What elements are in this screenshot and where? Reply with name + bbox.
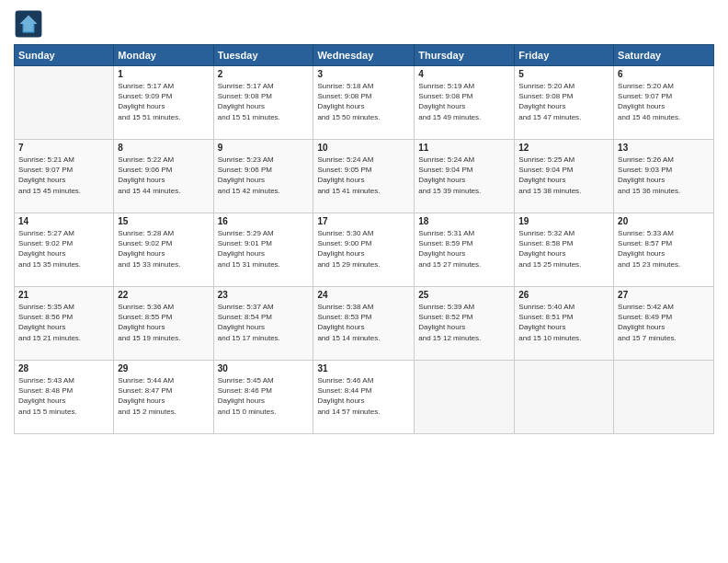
week-row-5: 28 Sunrise: 5:43 AM Sunset: 8:48 PM Dayl… — [15, 361, 714, 434]
day-number: 15 — [118, 216, 209, 226]
day-cell: 30 Sunrise: 5:45 AM Sunset: 8:46 PM Dayl… — [213, 361, 313, 434]
day-number: 3 — [317, 69, 410, 79]
day-number: 28 — [18, 363, 109, 373]
day-number: 8 — [118, 143, 209, 153]
week-row-2: 7 Sunrise: 5:21 AM Sunset: 9:07 PM Dayli… — [15, 140, 714, 213]
day-number: 25 — [418, 290, 510, 300]
day-number: 9 — [218, 143, 310, 153]
day-info: Sunrise: 5:42 AM Sunset: 8:49 PM Dayligh… — [618, 302, 710, 343]
day-info: Sunrise: 5:18 AM Sunset: 9:08 PM Dayligh… — [317, 81, 410, 122]
day-number: 7 — [18, 143, 109, 153]
day-cell: 21 Sunrise: 5:35 AM Sunset: 8:56 PM Dayl… — [15, 287, 114, 361]
weekday-tuesday: Tuesday — [213, 45, 313, 66]
day-info: Sunrise: 5:43 AM Sunset: 8:48 PM Dayligh… — [18, 375, 109, 417]
day-number: 29 — [118, 363, 209, 373]
day-number: 18 — [418, 216, 510, 226]
day-cell: 26 Sunrise: 5:40 AM Sunset: 8:51 PM Dayl… — [515, 287, 614, 361]
calendar-body: 1 Sunrise: 5:17 AM Sunset: 9:09 PM Dayli… — [15, 66, 714, 434]
day-cell: 19 Sunrise: 5:32 AM Sunset: 8:58 PM Dayl… — [515, 213, 614, 287]
day-number: 16 — [218, 216, 310, 226]
day-number: 17 — [317, 216, 410, 226]
day-info: Sunrise: 5:29 AM Sunset: 9:01 PM Dayligh… — [218, 228, 310, 270]
weekday-header-row: SundayMondayTuesdayWednesdayThursdayFrid… — [15, 45, 714, 66]
day-cell: 24 Sunrise: 5:38 AM Sunset: 8:53 PM Dayl… — [313, 287, 415, 361]
day-cell: 1 Sunrise: 5:17 AM Sunset: 9:09 PM Dayli… — [114, 66, 213, 140]
day-info: Sunrise: 5:33 AM Sunset: 8:57 PM Dayligh… — [618, 228, 710, 270]
day-cell: 22 Sunrise: 5:36 AM Sunset: 8:55 PM Dayl… — [114, 287, 213, 361]
day-cell: 25 Sunrise: 5:39 AM Sunset: 8:52 PM Dayl… — [415, 287, 515, 361]
day-cell: 16 Sunrise: 5:29 AM Sunset: 9:01 PM Dayl… — [213, 213, 313, 287]
day-number: 27 — [618, 290, 710, 300]
day-number: 26 — [518, 290, 609, 300]
day-number: 5 — [518, 69, 609, 79]
day-info: Sunrise: 5:45 AM Sunset: 8:46 PM Dayligh… — [218, 375, 310, 417]
day-number: 2 — [218, 69, 310, 79]
day-info: Sunrise: 5:19 AM Sunset: 9:08 PM Dayligh… — [418, 81, 510, 122]
day-number: 10 — [317, 143, 410, 153]
day-info: Sunrise: 5:20 AM Sunset: 9:08 PM Dayligh… — [518, 81, 609, 122]
day-info: Sunrise: 5:20 AM Sunset: 9:07 PM Dayligh… — [618, 81, 710, 122]
day-number: 13 — [618, 143, 710, 153]
day-info: Sunrise: 5:21 AM Sunset: 9:07 PM Dayligh… — [18, 155, 109, 196]
day-cell: 4 Sunrise: 5:19 AM Sunset: 9:08 PM Dayli… — [415, 66, 515, 140]
day-cell: 5 Sunrise: 5:20 AM Sunset: 9:08 PM Dayli… — [515, 66, 614, 140]
day-info: Sunrise: 5:44 AM Sunset: 8:47 PM Dayligh… — [118, 375, 209, 417]
day-info: Sunrise: 5:39 AM Sunset: 8:52 PM Dayligh… — [418, 302, 510, 343]
day-info: Sunrise: 5:17 AM Sunset: 9:08 PM Dayligh… — [218, 81, 310, 122]
day-cell: 20 Sunrise: 5:33 AM Sunset: 8:57 PM Dayl… — [614, 213, 714, 287]
day-info: Sunrise: 5:24 AM Sunset: 9:05 PM Dayligh… — [317, 155, 410, 196]
logo — [14, 9, 47, 39]
day-number: 4 — [418, 69, 510, 79]
day-cell: 15 Sunrise: 5:28 AM Sunset: 9:02 PM Dayl… — [114, 213, 213, 287]
day-info: Sunrise: 5:17 AM Sunset: 9:09 PM Dayligh… — [118, 81, 209, 122]
day-cell: 13 Sunrise: 5:26 AM Sunset: 9:03 PM Dayl… — [614, 140, 714, 213]
day-cell: 9 Sunrise: 5:23 AM Sunset: 9:06 PM Dayli… — [213, 140, 313, 213]
day-info: Sunrise: 5:38 AM Sunset: 8:53 PM Dayligh… — [317, 302, 410, 343]
day-info: Sunrise: 5:35 AM Sunset: 8:56 PM Dayligh… — [18, 302, 109, 343]
day-info: Sunrise: 5:46 AM Sunset: 8:44 PM Dayligh… — [317, 375, 410, 417]
day-number: 21 — [18, 290, 109, 300]
day-info: Sunrise: 5:28 AM Sunset: 9:02 PM Dayligh… — [118, 228, 209, 270]
week-row-1: 1 Sunrise: 5:17 AM Sunset: 9:09 PM Dayli… — [15, 66, 714, 140]
logo-icon — [14, 9, 43, 39]
day-number: 24 — [317, 290, 410, 300]
day-number: 1 — [118, 69, 209, 79]
day-number: 14 — [18, 216, 109, 226]
day-cell: 2 Sunrise: 5:17 AM Sunset: 9:08 PM Dayli… — [213, 66, 313, 140]
day-cell: 7 Sunrise: 5:21 AM Sunset: 9:07 PM Dayli… — [15, 140, 114, 213]
day-cell: 23 Sunrise: 5:37 AM Sunset: 8:54 PM Dayl… — [213, 287, 313, 361]
day-info: Sunrise: 5:26 AM Sunset: 9:03 PM Dayligh… — [618, 155, 710, 196]
day-info: Sunrise: 5:24 AM Sunset: 9:04 PM Dayligh… — [418, 155, 510, 196]
day-cell: 10 Sunrise: 5:24 AM Sunset: 9:05 PM Dayl… — [313, 140, 415, 213]
day-cell — [614, 361, 714, 434]
day-cell: 8 Sunrise: 5:22 AM Sunset: 9:06 PM Dayli… — [114, 140, 213, 213]
day-info: Sunrise: 5:25 AM Sunset: 9:04 PM Dayligh… — [518, 155, 609, 196]
weekday-wednesday: Wednesday — [313, 45, 415, 66]
day-info: Sunrise: 5:40 AM Sunset: 8:51 PM Dayligh… — [518, 302, 609, 343]
day-cell: 17 Sunrise: 5:30 AM Sunset: 9:00 PM Dayl… — [313, 213, 415, 287]
day-number: 6 — [618, 69, 710, 79]
day-number: 31 — [317, 363, 410, 373]
header — [14, 9, 714, 39]
day-number: 11 — [418, 143, 510, 153]
day-cell: 3 Sunrise: 5:18 AM Sunset: 9:08 PM Dayli… — [313, 66, 415, 140]
day-number: 23 — [218, 290, 310, 300]
week-row-3: 14 Sunrise: 5:27 AM Sunset: 9:02 PM Dayl… — [15, 213, 714, 287]
weekday-monday: Monday — [114, 45, 213, 66]
day-cell — [15, 66, 114, 140]
day-cell: 6 Sunrise: 5:20 AM Sunset: 9:07 PM Dayli… — [614, 66, 714, 140]
day-cell: 31 Sunrise: 5:46 AM Sunset: 8:44 PM Dayl… — [313, 361, 415, 434]
day-cell: 18 Sunrise: 5:31 AM Sunset: 8:59 PM Dayl… — [415, 213, 515, 287]
day-info: Sunrise: 5:30 AM Sunset: 9:00 PM Dayligh… — [317, 228, 410, 270]
day-number: 30 — [218, 363, 310, 373]
day-info: Sunrise: 5:32 AM Sunset: 8:58 PM Dayligh… — [518, 228, 609, 270]
weekday-saturday: Saturday — [614, 45, 714, 66]
weekday-thursday: Thursday — [415, 45, 515, 66]
day-number: 20 — [618, 216, 710, 226]
day-cell: 27 Sunrise: 5:42 AM Sunset: 8:49 PM Dayl… — [614, 287, 714, 361]
day-cell: 29 Sunrise: 5:44 AM Sunset: 8:47 PM Dayl… — [114, 361, 213, 434]
day-number: 19 — [518, 216, 609, 226]
weekday-sunday: Sunday — [15, 45, 114, 66]
day-number: 22 — [118, 290, 209, 300]
day-info: Sunrise: 5:36 AM Sunset: 8:55 PM Dayligh… — [118, 302, 209, 343]
